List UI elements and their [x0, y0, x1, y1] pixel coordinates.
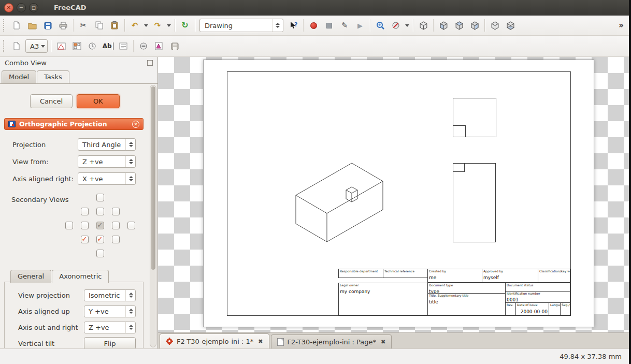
- secondary-view-checkbox[interactable]: [96, 208, 104, 215]
- paste-button[interactable]: [107, 18, 122, 33]
- window-close-button[interactable]: ✕: [4, 3, 13, 12]
- macro-edit-button[interactable]: ✎: [337, 18, 352, 33]
- copy-button[interactable]: [91, 18, 107, 33]
- window-minimize-button[interactable]: −: [17, 3, 26, 12]
- collapse-task-icon[interactable]: ✕: [132, 121, 139, 128]
- secondary-view-checkbox[interactable]: [127, 222, 135, 229]
- window-maximize-button[interactable]: ◻: [29, 3, 38, 12]
- tasks-scrollbar[interactable]: [150, 85, 156, 347]
- axis-out-right-select[interactable]: Z +ve: [84, 322, 136, 333]
- spinner-arrows-icon: [125, 156, 135, 167]
- clip-group-button[interactable]: [116, 39, 131, 53]
- save-button[interactable]: [40, 18, 55, 33]
- workbench-selector[interactable]: Drawing: [199, 19, 283, 32]
- toolbar-separator: [195, 19, 195, 32]
- task-panel-header[interactable]: Orthographic Projection ✕: [4, 118, 144, 130]
- toolbar-overflow-button[interactable]: »: [615, 21, 627, 30]
- draft-view-icon: [155, 42, 163, 50]
- undo-button[interactable]: ↶: [127, 18, 142, 33]
- draw-style-dropdown-arrow-icon[interactable]: [405, 24, 409, 27]
- flip-button[interactable]: Flip: [84, 337, 136, 348]
- open-button[interactable]: [24, 18, 40, 33]
- redo-icon: ↷: [154, 22, 161, 30]
- tasks-scrollbar-thumb[interactable]: [151, 86, 155, 270]
- ortho-views-button[interactable]: [69, 39, 84, 53]
- insert-view-button[interactable]: [53, 39, 69, 53]
- view-top-button[interactable]: [451, 18, 467, 33]
- secondary-view-checkbox[interactable]: [96, 250, 104, 257]
- drawing-viewport[interactable]: Responsible department Technical referen…: [158, 57, 629, 332]
- export-page-button[interactable]: [167, 39, 182, 53]
- spinner-arrows-icon: [125, 290, 135, 301]
- secondary-view-checkbox[interactable]: [81, 236, 89, 243]
- close-tab-icon[interactable]: ✖: [381, 339, 385, 345]
- macro-stop-button[interactable]: [321, 18, 337, 33]
- document-tab-3d[interactable]: F2-T30-ejemplo-ini : 1* ✖: [160, 333, 269, 348]
- ortho-views-icon: [73, 42, 81, 50]
- axis-aligned-up-value: Y +ve: [89, 308, 109, 315]
- macro-record-button[interactable]: [306, 18, 321, 33]
- secondary-view-checkbox[interactable]: [81, 222, 89, 229]
- view-projection-select[interactable]: Isometric: [84, 289, 136, 301]
- secondary-view-checkbox[interactable]: [112, 222, 120, 229]
- undo-dropdown-arrow-icon[interactable]: [144, 24, 148, 27]
- whats-this-button[interactable]: ?: [285, 18, 301, 33]
- toolbar-drag-handle[interactable]: [3, 40, 7, 52]
- view-rear-button[interactable]: [487, 18, 503, 33]
- tb-created-by: Created by me: [427, 269, 482, 283]
- new-page-button[interactable]: [9, 39, 24, 53]
- fit-all-button[interactable]: [372, 18, 388, 33]
- detach-panel-icon[interactable]: [147, 60, 153, 66]
- toolbar-drag-handle[interactable]: [3, 19, 7, 32]
- secondary-view-checkbox[interactable]: [112, 236, 120, 243]
- ok-button[interactable]: OK: [77, 94, 120, 108]
- symbol-button[interactable]: [136, 39, 151, 53]
- secondary-view-checkbox[interactable]: [96, 194, 104, 201]
- secondary-view-checkbox[interactable]: [112, 208, 120, 215]
- secondary-view-checkbox[interactable]: [65, 222, 73, 229]
- secondary-view-checkbox[interactable]: [96, 236, 104, 243]
- tb-technical-reference: Technical reference: [383, 269, 428, 278]
- view-isometric-button[interactable]: [415, 18, 431, 33]
- axis-out-right-label: Axis out and right: [18, 324, 78, 331]
- spinner-arrows-icon: [125, 173, 135, 184]
- document-tab-page[interactable]: F2-T30-ejemplo-ini : Page* ✖: [271, 334, 392, 348]
- tb-rev: Rev.: [505, 302, 516, 315]
- cancel-button[interactable]: Cancel: [30, 94, 73, 108]
- draft-view-button[interactable]: [151, 39, 167, 53]
- tab-model[interactable]: Model: [2, 70, 36, 83]
- redo-dropdown-arrow-icon[interactable]: [167, 24, 171, 27]
- isometric-view[interactable]: [296, 163, 383, 242]
- front-orthographic-view[interactable]: [453, 164, 496, 242]
- axis-aligned-right-label: Axis aligned right:: [12, 175, 74, 183]
- titlebar[interactable]: ✕ − ◻ FreeCAD: [0, 0, 629, 16]
- workbench-selector-value: Drawing: [205, 22, 233, 30]
- cut-button[interactable]: ✂: [76, 18, 91, 33]
- toolbar-separator: [433, 19, 434, 32]
- redo-button[interactable]: ↷: [150, 18, 165, 33]
- top-orthographic-view[interactable]: [453, 98, 496, 137]
- projection-select[interactable]: Third Angle: [78, 138, 136, 151]
- close-tab-icon[interactable]: ✖: [258, 338, 263, 345]
- new-document-button[interactable]: [9, 18, 24, 33]
- tab-tasks[interactable]: Tasks: [37, 70, 69, 84]
- view-right-button[interactable]: [467, 18, 482, 33]
- view-bottom-button[interactable]: [503, 18, 518, 33]
- open-svg-button[interactable]: [84, 39, 100, 53]
- tab-general[interactable]: General: [10, 270, 51, 283]
- drawing-page[interactable]: Responsible department Technical referen…: [203, 60, 594, 327]
- print-button[interactable]: [55, 18, 71, 33]
- tab-axonometric[interactable]: Axonometric: [52, 270, 109, 283]
- axis-aligned-up-select[interactable]: Y +ve: [84, 305, 136, 317]
- main-toolbar: ✂ ↶ ↷ ↻ Drawing ? ✎ ▶: [0, 16, 629, 36]
- annotation-button[interactable]: Ab: [100, 39, 116, 53]
- view-front-button[interactable]: [436, 18, 451, 33]
- question-glyph: ?: [294, 21, 297, 28]
- axis-aligned-right-select[interactable]: X +ve: [78, 172, 136, 185]
- secondary-view-checkbox[interactable]: [81, 208, 89, 215]
- draw-style-button[interactable]: [388, 18, 404, 33]
- macro-execute-button[interactable]: ▶: [352, 18, 368, 33]
- page-format-select[interactable]: A3: [25, 39, 48, 53]
- refresh-button[interactable]: ↻: [177, 18, 193, 33]
- view-from-select[interactable]: Z +ve: [78, 155, 136, 168]
